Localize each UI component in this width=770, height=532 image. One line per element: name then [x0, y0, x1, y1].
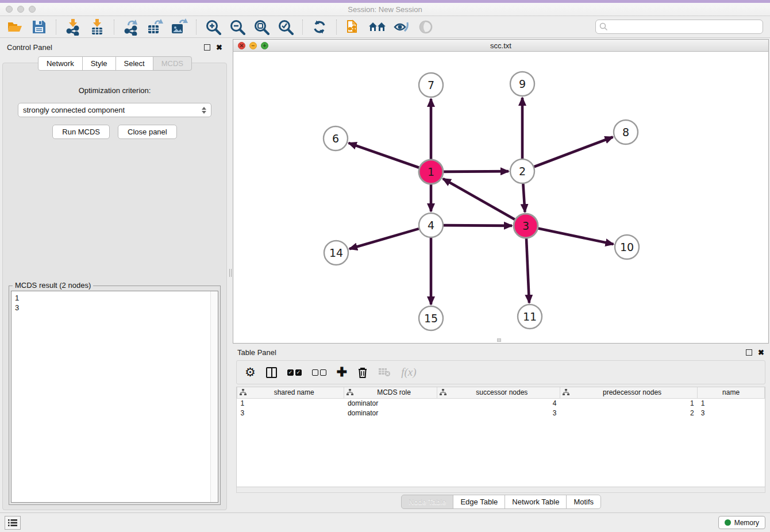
column-header-shared-name[interactable]: shared name	[237, 387, 344, 398]
hierarchy-icon	[240, 389, 247, 396]
column-header-successor-nodes[interactable]: successor nodes	[437, 387, 560, 398]
result-scrollbar[interactable]	[210, 291, 218, 502]
close-panel-button[interactable]: Close panel	[118, 125, 177, 139]
edge-3-11[interactable]	[526, 238, 529, 303]
cell-shared-name[interactable]: 1	[237, 398, 344, 408]
zoom-out-icon[interactable]	[227, 18, 248, 36]
tab-mcds[interactable]: MCDS	[153, 56, 192, 71]
network-window-titlebar[interactable]: ✕ − + scc.txt	[233, 40, 768, 52]
delete-columns-icon[interactable]	[357, 367, 368, 378]
edge-1-6[interactable]	[349, 143, 419, 168]
select-all-columns-icon[interactable]: ✓✓	[287, 369, 302, 376]
import-table-icon[interactable]	[87, 18, 107, 36]
tab-network-table[interactable]: Network Table	[505, 495, 567, 509]
node-2[interactable]: 2	[510, 159, 534, 183]
network-view-window: ✕ − + scc.txt 7968124314101511	[233, 39, 769, 344]
memory-button[interactable]: Memory	[718, 516, 765, 529]
edge-3-1[interactable]	[443, 179, 515, 219]
search-field[interactable]	[595, 20, 763, 34]
settings-gear-icon[interactable]: ⚙	[245, 365, 256, 379]
cell-successor-nodes[interactable]: 3	[437, 408, 560, 418]
node-3[interactable]: 3	[514, 214, 538, 238]
toolbar-separator	[336, 20, 337, 34]
run-mcds-button[interactable]: Run MCDS	[52, 125, 110, 139]
edge-1-2[interactable]	[444, 171, 509, 172]
zoom-in-icon[interactable]	[203, 18, 224, 36]
toggle-panel-columns-icon[interactable]	[266, 367, 277, 378]
splitter-grip[interactable]	[229, 269, 232, 277]
close-table-panel-icon[interactable]: ✖	[758, 349, 764, 356]
node-11[interactable]: 11	[518, 304, 542, 329]
float-table-panel-icon[interactable]	[746, 349, 752, 356]
deselect-all-columns-icon[interactable]	[312, 369, 326, 376]
node-10[interactable]: 10	[615, 235, 639, 259]
edge-3-10[interactable]	[538, 229, 614, 245]
export-network-icon[interactable]	[121, 18, 141, 36]
edge-2-3[interactable]	[523, 184, 525, 212]
tab-style[interactable]: Style	[82, 56, 116, 71]
table-row[interactable]: 1 dominator 4 1 1	[237, 398, 765, 408]
cell-successor-nodes[interactable]: 4	[437, 398, 560, 408]
network-canvas[interactable]: 7968124314101511	[233, 52, 768, 343]
canvas-resize-handle[interactable]	[497, 338, 501, 342]
table-row[interactable]: 3 dominator 3 2 3	[237, 408, 765, 418]
tab-edge-table[interactable]: Edge Table	[453, 495, 505, 509]
edge-2-8[interactable]	[534, 137, 613, 167]
node-8[interactable]: 8	[614, 120, 638, 144]
tab-node-table[interactable]: Node Table	[401, 495, 454, 509]
open-session-icon[interactable]	[5, 18, 25, 36]
criterion-dropdown[interactable]: strongly connected component	[18, 103, 211, 117]
criterion-selected-value: strongly connected component	[23, 106, 202, 114]
cell-predecessor-nodes[interactable]: 1	[560, 398, 697, 408]
save-session-icon[interactable]	[29, 18, 49, 36]
cell-name[interactable]: 3	[698, 408, 765, 418]
cell-shared-name[interactable]: 3	[237, 408, 344, 418]
node-1[interactable]: 1	[419, 160, 443, 184]
panel-splitter[interactable]	[228, 38, 233, 512]
cell-mcds-role[interactable]: dominator	[344, 408, 437, 418]
hierarchy-icon	[346, 389, 353, 396]
float-panel-icon[interactable]	[204, 44, 210, 51]
column-header-mcds-role[interactable]: MCDS role	[344, 387, 437, 398]
first-neighbors-icon[interactable]	[367, 18, 388, 36]
network-maximize-icon[interactable]: +	[261, 42, 268, 49]
close-panel-icon[interactable]: ✖	[216, 44, 222, 51]
node-14[interactable]: 14	[324, 241, 348, 265]
duplicate-network-icon[interactable]	[343, 18, 364, 36]
network-minimize-icon[interactable]: −	[249, 42, 257, 49]
add-column-icon[interactable]: ✚	[337, 367, 347, 378]
search-input[interactable]	[610, 23, 759, 31]
tab-motifs[interactable]: Motifs	[566, 495, 601, 509]
node-9[interactable]: 9	[510, 72, 534, 96]
cell-name[interactable]: 1	[698, 398, 765, 408]
cell-mcds-role[interactable]: dominator	[344, 398, 437, 408]
tab-network[interactable]: Network	[38, 56, 83, 71]
column-header-predecessor-nodes[interactable]: predecessor nodes	[560, 387, 697, 398]
show-graphics-details-icon[interactable]	[391, 18, 412, 36]
node-4[interactable]: 4	[419, 213, 443, 237]
control-panel: Control Panel ✖ Network Style Select MCD…	[0, 38, 228, 512]
column-header-name[interactable]: name	[698, 387, 765, 398]
zoom-fit-icon[interactable]	[251, 18, 272, 36]
node-7[interactable]: 7	[419, 73, 443, 97]
network-close-icon[interactable]: ✕	[238, 42, 245, 49]
hide-graphics-details-icon[interactable]	[415, 18, 436, 36]
mcds-panel-content: Optimization criterion: strongly connect…	[2, 63, 227, 510]
mcds-result-textarea[interactable]: 1 3	[11, 291, 218, 503]
network-graph[interactable]: 7968124314101511	[233, 52, 767, 341]
delete-table-icon[interactable]	[378, 368, 391, 377]
cell-predecessor-nodes[interactable]: 2	[560, 408, 697, 418]
export-image-icon[interactable]	[169, 18, 190, 36]
export-table-icon[interactable]	[145, 18, 165, 36]
function-builder-icon[interactable]: f(x)	[401, 366, 416, 379]
import-network-icon[interactable]	[63, 18, 83, 36]
tab-select[interactable]: Select	[116, 56, 153, 71]
refresh-layout-icon[interactable]	[309, 18, 330, 36]
table-footer-strip	[236, 487, 765, 493]
node-15[interactable]: 15	[419, 306, 443, 330]
task-history-button[interactable]	[5, 516, 21, 530]
zoom-selected-icon[interactable]	[275, 18, 296, 36]
node-6[interactable]: 6	[324, 126, 348, 151]
edge-4-3[interactable]	[444, 225, 512, 226]
edge-4-14[interactable]	[349, 229, 419, 249]
